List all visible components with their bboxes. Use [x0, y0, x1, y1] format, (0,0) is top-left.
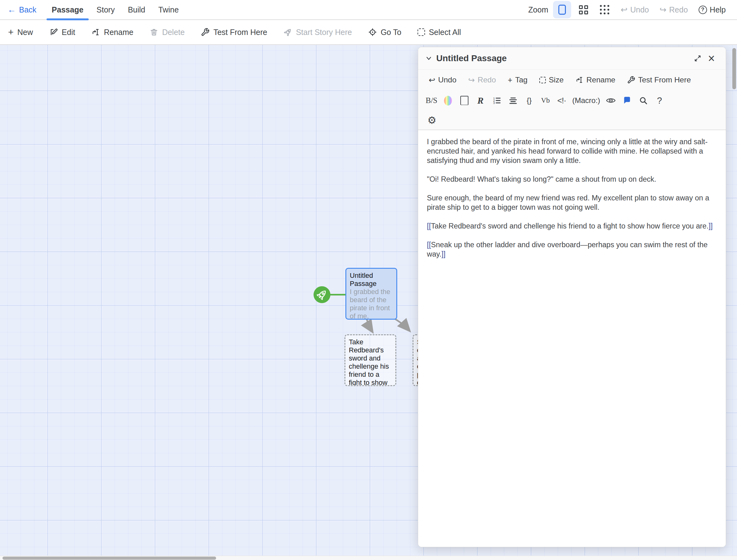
horizontal-scrollbar-track: [0, 556, 737, 560]
panel-rename-button[interactable]: Rename: [571, 76, 620, 84]
panel-title-row: Untitled Passage ×: [418, 47, 726, 70]
braces-button[interactable]: {}: [521, 93, 538, 108]
undo-icon: ↩: [621, 6, 627, 14]
editor-settings-row: ⚙: [418, 111, 726, 130]
close-icon: ×: [708, 52, 715, 64]
format-help-button[interactable]: ?: [651, 93, 668, 108]
horizontal-scrollbar[interactable]: [2, 557, 216, 560]
border-style-button[interactable]: [456, 93, 473, 108]
panel-title: Untitled Passage: [436, 53, 691, 63]
passage-editor-panel: Untitled Passage ×: [418, 47, 726, 547]
help-icon: ?: [699, 6, 707, 14]
tab-twine[interactable]: Twine: [152, 0, 185, 20]
back-button[interactable]: ← Back: [7, 5, 37, 14]
passage-text-editor[interactable]: I grabbed the beard of the pirate in fro…: [418, 130, 726, 547]
verbatim-button[interactable]: Vb: [538, 93, 554, 108]
select-all-icon: [418, 28, 425, 36]
numbered-list-button[interactable]: 1 2 3: [489, 93, 505, 108]
maximize-panel-button[interactable]: [691, 52, 705, 65]
bold-strike-style-button[interactable]: B/S: [423, 93, 440, 108]
gear-icon: ⚙: [428, 115, 437, 125]
redo-icon: ↪: [660, 6, 666, 14]
pencil-icon: [49, 28, 58, 37]
add-tag-button[interactable]: + Tag: [504, 76, 532, 84]
panel-header: Untitled Passage ×: [418, 47, 726, 130]
undo-icon: ↩: [429, 76, 435, 84]
redo-button[interactable]: ↪ Redo: [656, 5, 692, 14]
rocket-start-icon: [316, 289, 328, 301]
chevron-down-icon: [425, 55, 433, 62]
menubar-right: Zoom ↩ Undo ↪ Redo ? Help: [528, 0, 730, 19]
border-box-icon: [460, 96, 469, 105]
panel-redo-button[interactable]: ↪ Redo: [464, 76, 501, 84]
zoom-level-small-button[interactable]: [596, 1, 614, 18]
rename-icon: [91, 28, 100, 37]
rename-button[interactable]: Rename: [91, 28, 134, 37]
rename-icon: [576, 76, 584, 84]
macro-button[interactable]: (Macro:): [570, 93, 603, 108]
delete-button[interactable]: Delete: [150, 28, 184, 37]
menubar: ← Back Passage Story Build Twine Zoom ↩: [0, 0, 737, 20]
panel-undo-button[interactable]: ↩ Undo: [425, 76, 461, 84]
wrench-icon: [201, 28, 209, 37]
custom-style-button[interactable]: R: [473, 93, 489, 108]
text-color-button[interactable]: [440, 93, 456, 108]
html-comment-button[interactable]: <!·: [554, 93, 570, 108]
redo-icon: ↪: [469, 76, 475, 84]
size-button[interactable]: Size: [535, 76, 568, 84]
preview-button[interactable]: [603, 93, 619, 108]
twine-app: ← Back Passage Story Build Twine Zoom ↩: [0, 0, 737, 560]
edit-button[interactable]: Edit: [49, 28, 75, 37]
expand-icon: [694, 54, 702, 62]
settings-button[interactable]: ⚙: [424, 112, 440, 128]
select-all-button[interactable]: Select All: [418, 28, 461, 37]
test-from-here-button[interactable]: Test From Here: [201, 28, 267, 37]
align-button[interactable]: [505, 93, 521, 108]
passage-node-excerpt: I grabbed the beard of the pirate in fro…: [350, 288, 393, 320]
passage-node-untitled[interactable]: Untitled Passage I grabbed the beard of …: [345, 268, 397, 320]
help-button[interactable]: ? Help: [695, 5, 730, 14]
passage-text-line: "Oi! Redbeard! What's taking so long?" c…: [427, 174, 717, 184]
close-panel-button[interactable]: ×: [705, 52, 718, 65]
zoom-label: Zoom: [528, 5, 548, 14]
menubar-left: ← Back Passage Story Build Twine: [7, 0, 185, 19]
format-toolbar: B/S R 1 2 3: [418, 90, 726, 111]
story-start-marker[interactable]: [313, 286, 330, 303]
search-button[interactable]: [635, 93, 651, 108]
zoom-full-icon: [558, 5, 566, 15]
passage-text-line: Sure enough, the beard of my new friend …: [427, 193, 717, 212]
zoom-grid-icon: [579, 5, 588, 14]
tab-passage[interactable]: Passage: [45, 0, 90, 20]
passage-node-take-sword[interactable]: Take Redbeard's sword and chellenge his …: [344, 334, 396, 386]
wrench-icon: [627, 76, 635, 84]
panel-actions-row: ↩ Undo ↪ Redo + Tag Size: [418, 70, 726, 90]
align-center-icon: [509, 96, 518, 105]
rocket-icon: [283, 28, 292, 37]
panel-test-from-here-button[interactable]: Test From Here: [623, 76, 695, 84]
tab-story[interactable]: Story: [90, 0, 121, 20]
passage-text-line: I grabbed the beard of the pirate in fro…: [427, 137, 717, 165]
trash-icon: [150, 28, 158, 37]
story-map-canvas[interactable]: Untitled Passage I grabbed the beard of …: [0, 45, 737, 556]
collapse-panel-button[interactable]: [425, 55, 433, 62]
search-icon: [639, 96, 648, 105]
size-icon: [539, 77, 546, 83]
comment-bubble-button[interactable]: [619, 93, 635, 108]
numbered-list-icon: 1 2 3: [493, 96, 501, 105]
undo-button[interactable]: ↩ Undo: [617, 5, 653, 14]
vertical-scrollbar[interactable]: [732, 48, 736, 89]
back-arrow-icon: ←: [7, 6, 16, 14]
passage-node-title: Take Redbeard's sword and chellenge his …: [349, 338, 389, 386]
tab-build[interactable]: Build: [121, 0, 152, 20]
new-passage-button[interactable]: + New: [8, 27, 33, 37]
zoom-level-full-button[interactable]: [553, 1, 571, 18]
target-icon: [368, 28, 377, 37]
go-to-button[interactable]: Go To: [368, 28, 401, 37]
back-label: Back: [19, 5, 37, 14]
zoom-level-medium-button[interactable]: [574, 1, 592, 18]
rainbow-color-icon: [444, 96, 452, 106]
passage-link-line: [[Sneak up the other ladder and dive ove…: [427, 240, 717, 259]
start-story-here-button[interactable]: Start Story Here: [283, 28, 352, 37]
eye-icon: [606, 97, 616, 104]
passage-node-title: Untitled Passage: [350, 272, 393, 288]
